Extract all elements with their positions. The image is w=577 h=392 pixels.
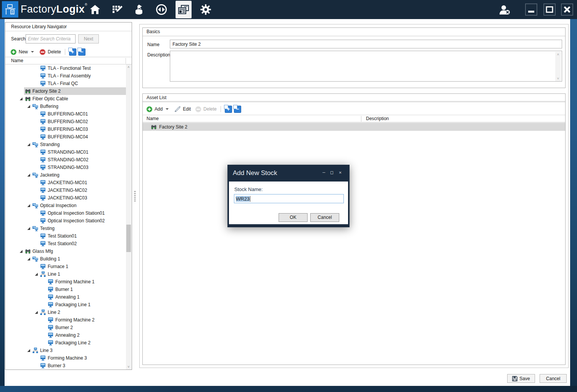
add-button[interactable]: Add	[155, 106, 163, 112]
tree-item-jacketing[interactable]: Jacketing	[5, 171, 126, 179]
tree-item-optical-inspection-station02[interactable]: Optical Inspection Station02	[5, 217, 126, 225]
planning-icon[interactable]	[109, 1, 125, 18]
stock-name-input[interactable]: WR23	[234, 194, 344, 203]
dialog-maximize-icon[interactable]: □	[330, 170, 333, 175]
scroll-down-icon[interactable]: ˅	[555, 76, 561, 81]
scroll-down-icon[interactable]: ˅	[126, 364, 131, 370]
tree-item-stranding-mc03[interactable]: STRANDING-MC03	[5, 164, 126, 171]
tree-item-building-1[interactable]: Building 1	[5, 255, 126, 263]
tree-item-tla-functional-test[interactable]: TLA - Functional Test	[5, 64, 126, 72]
tree-item-glass-mfg[interactable]: Glass Mfg	[5, 247, 126, 255]
tree-expander-icon[interactable]	[18, 248, 24, 254]
tree-item-buffering-mc02[interactable]: BUFFERING-MC02	[5, 118, 126, 125]
maximize-button[interactable]	[543, 3, 556, 16]
tree-item-test-station01[interactable]: Test Station01	[5, 232, 126, 240]
tree-item-forming-machine-2[interactable]: Forming Machine 2	[5, 316, 126, 324]
scrollbar-thumb[interactable]	[126, 225, 131, 252]
save-button[interactable]: Save	[507, 374, 535, 383]
tree-expander-icon[interactable]	[33, 271, 39, 277]
tree-item-optical-inspection[interactable]: Optical Inspection	[5, 202, 126, 209]
column-separator[interactable]	[361, 116, 361, 122]
dialog-close-icon[interactable]: ✕	[339, 170, 342, 175]
tree-item-buffering[interactable]: Buffering	[5, 103, 126, 110]
tree-expander-icon[interactable]	[26, 202, 32, 209]
tree-expander-icon[interactable]	[26, 225, 32, 231]
tree-item-packaging-line-2[interactable]: Packaging Line 2	[5, 339, 126, 347]
tree-item-furnace-1[interactable]: Furnace 1	[5, 263, 126, 270]
production-icon[interactable]	[176, 1, 192, 18]
collapse-all-button[interactable]: −	[234, 106, 241, 113]
edit-button[interactable]: Edit	[183, 106, 191, 112]
collapse-all-button[interactable]: −	[78, 48, 85, 56]
tree-item-jacketing-mc02[interactable]: JACKETING-MC02	[5, 186, 126, 194]
tree-expander-icon[interactable]	[26, 172, 32, 178]
add-dropdown-caret-icon[interactable]	[166, 108, 169, 110]
transfer-icon[interactable]	[153, 1, 169, 18]
tree-item-line-3[interactable]: Line 3	[5, 347, 126, 354]
materials-icon[interactable]	[131, 1, 147, 18]
tree-item-annealing-2[interactable]: Annealing 2	[5, 331, 126, 339]
tree-expander-icon[interactable]	[33, 309, 39, 315]
name-input[interactable]	[170, 40, 562, 48]
tree-item-annealing-1[interactable]: Annealing 1	[5, 293, 126, 301]
tree-expander-icon[interactable]	[26, 347, 32, 353]
delete-button[interactable]: Delete	[48, 49, 61, 55]
tree-item-jacketing-mc03[interactable]: JACKETING-MC03	[5, 194, 126, 202]
tree-expander-icon[interactable]	[26, 141, 32, 148]
close-button[interactable]	[561, 3, 573, 16]
tree-item-fiber-optic-cable[interactable]: Fiber Optic Cable	[5, 95, 126, 103]
scroll-up-icon[interactable]: ˄	[555, 52, 561, 57]
description-input[interactable]	[170, 51, 562, 81]
tree-expander-icon[interactable]	[26, 256, 32, 262]
asset-row-factory-site-2[interactable]: Factory Site 2	[143, 123, 565, 131]
tree-scrollbar[interactable]: ˄ ˅	[126, 64, 131, 370]
column-name[interactable]: Name	[147, 116, 159, 121]
tree-item-buffering-mc01[interactable]: BUFFERING-MC01	[5, 110, 126, 118]
tree-column-header[interactable]: Name	[5, 57, 132, 64]
asset-table-header[interactable]: Name Description	[143, 115, 565, 122]
tree-expander-icon[interactable]	[26, 103, 32, 109]
minimize-button[interactable]	[525, 3, 537, 16]
search-input[interactable]	[26, 34, 76, 43]
tree-item-burner-3[interactable]: Burner 3	[5, 362, 126, 370]
expand-all-button[interactable]: +	[225, 106, 232, 113]
ok-button[interactable]: OK	[279, 213, 308, 222]
tree-item-label: Jacketing	[40, 172, 60, 178]
cancel-button[interactable]: Cancel	[540, 374, 567, 383]
logout-user-icon[interactable]	[497, 4, 512, 16]
scroll-up-icon[interactable]: ˄	[126, 64, 131, 70]
tree-item-buffering-mc04[interactable]: BUFFERING-MC04	[5, 133, 126, 141]
tree-item-stranding-mc01[interactable]: STRANDING-MC01	[5, 148, 126, 156]
tree-item-burner-2[interactable]: Burner 2	[5, 324, 126, 331]
next-button[interactable]: Next	[78, 34, 99, 43]
tree-expander-empty	[33, 149, 39, 155]
home-icon[interactable]	[87, 1, 103, 18]
tree-item-packaging-line-1[interactable]: Packaging Line 1	[5, 301, 126, 308]
tree-item-line-2[interactable]: Line 2	[5, 308, 126, 316]
tree-item-factory-site-2[interactable]: Factory Site 2	[5, 87, 126, 95]
panel-splitter[interactable]	[133, 22, 137, 370]
new-button[interactable]: New	[19, 49, 28, 55]
tree-item-test-station02[interactable]: Test Station02	[5, 240, 126, 247]
tree-item-line-1[interactable]: Line 1	[5, 270, 126, 278]
tree-expander-icon[interactable]	[18, 96, 24, 102]
tree-item-testing[interactable]: Testing	[5, 225, 126, 232]
tree-item-tla-final-qc[interactable]: TLA - Final QC	[5, 80, 126, 87]
expand-all-button[interactable]: +	[69, 48, 76, 56]
description-scrollbar[interactable]: ˄ ˅	[555, 52, 561, 81]
settings-icon[interactable]	[198, 1, 214, 18]
tree-item-buffering-mc03[interactable]: BUFFERING-MC03	[5, 125, 126, 133]
tree-item-tla-final-assembly[interactable]: TLA - Final Assembly	[5, 72, 126, 80]
tree-item-stranding-mc02[interactable]: STRANDING-MC02	[5, 156, 126, 164]
tree-item-forming-machine-1[interactable]: Forming Machine 1	[5, 278, 126, 286]
column-description[interactable]: Description	[366, 116, 389, 121]
tree-item-stranding[interactable]: Stranding	[5, 141, 126, 148]
tree-item-jacketing-mc01[interactable]: JACKETING-MC01	[5, 179, 126, 186]
tree-item-forming-machine-3[interactable]: Forming Machine 3	[5, 354, 126, 362]
new-dropdown-caret-icon[interactable]	[31, 51, 34, 53]
dialog-cancel-button[interactable]: Cancel	[310, 213, 339, 222]
dialog-minimize-icon[interactable]: –	[322, 170, 325, 175]
tree-item-burner-1[interactable]: Burner 1	[5, 286, 126, 293]
tree-item-optical-inspection-station01[interactable]: Optical Inspection Station01	[5, 209, 126, 217]
dialog-title-bar[interactable]: Add New Stock – □ ✕	[229, 165, 348, 182]
